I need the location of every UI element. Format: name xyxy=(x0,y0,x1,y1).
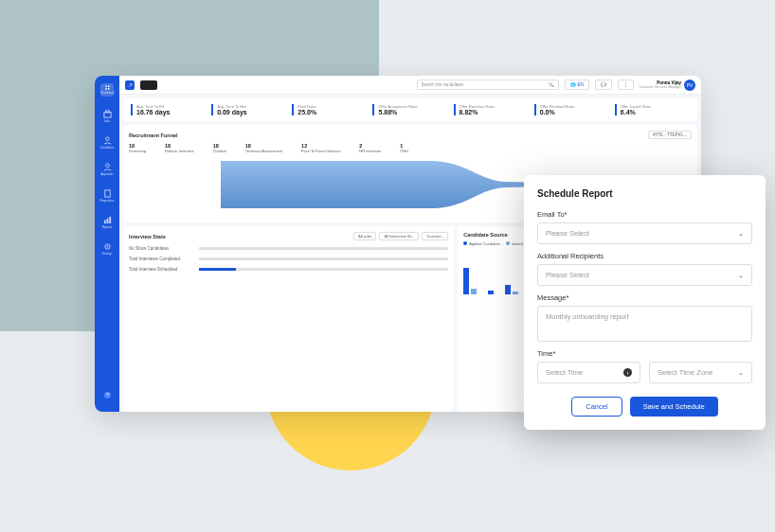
stage: 12Face To Face Interview xyxy=(301,143,340,153)
stage: 18Robotic Interview xyxy=(165,143,194,153)
svg-point-7 xyxy=(105,164,109,168)
sidebar-item-label: Dashboard xyxy=(100,91,115,95)
funnel-filter[interactable]: #TTE - TTEPVL... xyxy=(648,131,692,139)
chat-button[interactable]: 💬 xyxy=(595,80,612,90)
user-role: Customer Success Manager xyxy=(640,85,681,89)
email-select[interactable]: Please Select⌄ xyxy=(537,222,752,244)
language-button[interactable]: 🌐 EN xyxy=(565,80,589,90)
svg-rect-10 xyxy=(106,219,108,223)
message-textarea[interactable]: Monthly onboarding report xyxy=(537,306,752,342)
sidebar-item-dashboard[interactable]: Dashboard xyxy=(100,83,114,97)
menu-button[interactable]: ⋮ xyxy=(618,80,634,90)
bar xyxy=(199,247,448,250)
svg-point-6 xyxy=(105,137,109,141)
kpi-value: 16.76 days xyxy=(136,109,206,115)
row-label: Total Interview Scheduled xyxy=(129,267,195,272)
legend-label: Applied Candidate xyxy=(469,241,500,246)
cancel-button[interactable]: Cancel xyxy=(571,397,622,417)
kpi-card: Offer Acceptance Ratio5.88% xyxy=(372,104,447,115)
sidebar-item-label: Reports xyxy=(102,225,113,229)
kpi-value: 6.4% xyxy=(621,109,690,115)
stage: 18Screening xyxy=(129,143,146,153)
search-placeholder: Search the candidates xyxy=(422,82,464,87)
sidebar-item-label: Candidates xyxy=(99,146,114,150)
sidebar-item-settings[interactable]: Settings xyxy=(100,242,114,256)
panel-title: Interview Stats xyxy=(129,234,166,239)
kpi-value: 5.88% xyxy=(378,109,447,115)
funnel-stages: 18Screening 18Robotic Interview 18Chatbo… xyxy=(129,143,692,153)
sidebar-item-label: Settings xyxy=(102,252,113,256)
stage: 18Chatbot xyxy=(213,143,226,153)
time-select[interactable]: Select Timei xyxy=(537,362,640,383)
bar xyxy=(199,257,448,260)
field-label: Time* xyxy=(537,349,752,358)
recipients-select[interactable]: Please Select⌄ xyxy=(537,264,752,286)
panel-title: Recruitment Funnel xyxy=(129,133,178,138)
sidebar-help-icon[interactable]: ? xyxy=(100,391,114,404)
kpi-card: Avg. Time To Hire0.09 days xyxy=(211,104,286,115)
user-menu[interactable]: Ponnu VijayCustomer Success Manager PV xyxy=(640,80,695,91)
kpi-card: Fluid Ratio25.0% xyxy=(292,104,367,115)
svg-point-13 xyxy=(106,246,108,248)
kpi-card: Offer Issued Ratio6.4% xyxy=(615,104,690,115)
kpi-card: Avg. Time To Fill16.76 days xyxy=(131,104,206,115)
avatar: PV xyxy=(684,80,695,91)
sidebar-item-candidates[interactable]: Candidates xyxy=(100,136,114,150)
topbar: ↗ Search the candidates🔍 🌐 EN 💬 ⋮ Ponnu … xyxy=(119,76,701,95)
schedule-report-modal: Schedule Report Email To* Please Select⌄… xyxy=(524,175,766,430)
svg-rect-8 xyxy=(104,190,109,197)
search-input[interactable]: Search the candidates🔍 xyxy=(417,80,559,90)
filter-pill[interactable]: All jobs xyxy=(353,232,376,240)
svg-rect-2 xyxy=(105,88,107,90)
svg-rect-3 xyxy=(108,88,110,90)
sidebar-item-reports[interactable]: Reports xyxy=(100,216,114,229)
save-schedule-button[interactable]: Save and Schedule xyxy=(630,397,718,417)
sidebar-item-approvals[interactable]: Approvals xyxy=(100,163,114,176)
kpi-card: Offer Rejection Ratio8.82% xyxy=(454,104,529,115)
chevron-down-icon: ⌄ xyxy=(738,272,744,279)
stage-label: HR Interview xyxy=(359,149,381,153)
brand-badge xyxy=(140,80,157,90)
panel-title: Candidate Source xyxy=(463,232,508,238)
sidebar-item-label: Jobs xyxy=(104,119,110,123)
select-placeholder: Select Time xyxy=(546,368,583,377)
stage: 2HR Interview xyxy=(359,143,381,153)
search-icon: 🔍 xyxy=(549,82,554,87)
app-logo[interactable]: ↗ xyxy=(125,80,135,90)
filter-pill[interactable]: Current... xyxy=(422,232,448,240)
kpi-row: Avg. Time To Fill16.76 days Avg. Time To… xyxy=(123,98,697,121)
stage: 1Offer xyxy=(400,143,408,153)
svg-rect-4 xyxy=(103,113,110,117)
kpi-card: Offer Revoked Ratio0.0% xyxy=(534,104,609,115)
sidebar-item-label: Approvals xyxy=(100,172,113,176)
svg-text:?: ? xyxy=(106,392,109,398)
stage-label: Offer xyxy=(400,149,408,153)
svg-rect-9 xyxy=(103,221,105,224)
field-label: Email To* xyxy=(537,210,752,219)
modal-title: Schedule Report xyxy=(537,188,752,199)
info-icon: i xyxy=(623,368,632,377)
sidebar-item-requisition[interactable]: Requisition xyxy=(100,189,114,203)
svg-rect-1 xyxy=(108,86,110,88)
stage: 18Technical Assessment xyxy=(245,143,282,153)
timezone-select[interactable]: Select Time Zone⌄ xyxy=(649,362,752,383)
filter-pill[interactable]: All Interview St... xyxy=(379,232,419,240)
row-label: Total Interviews Completed xyxy=(129,257,195,261)
row-label: No Show Candidates xyxy=(129,246,195,251)
kpi-value: 8.82% xyxy=(460,109,529,115)
stage-label: Technical Assessment xyxy=(245,149,282,153)
language-label: EN xyxy=(578,82,584,87)
kpi-value: 0.09 days xyxy=(217,109,286,115)
select-placeholder: Please Select xyxy=(546,229,589,238)
stage-label: Robotic Interview xyxy=(165,149,194,153)
svg-rect-0 xyxy=(105,86,107,88)
kpi-value: 25.0% xyxy=(297,109,367,115)
field-label: Additional Recipients xyxy=(537,252,752,260)
sidebar: Dashboard Jobs Candidates Approvals Requ… xyxy=(95,76,119,412)
sidebar-item-jobs[interactable]: Jobs xyxy=(100,110,114,123)
field-label: Message* xyxy=(537,293,752,302)
bar xyxy=(199,268,448,271)
kpi-value: 0.0% xyxy=(540,109,609,115)
stage-label: Screening xyxy=(129,149,146,153)
sidebar-item-label: Requisition xyxy=(100,199,115,203)
